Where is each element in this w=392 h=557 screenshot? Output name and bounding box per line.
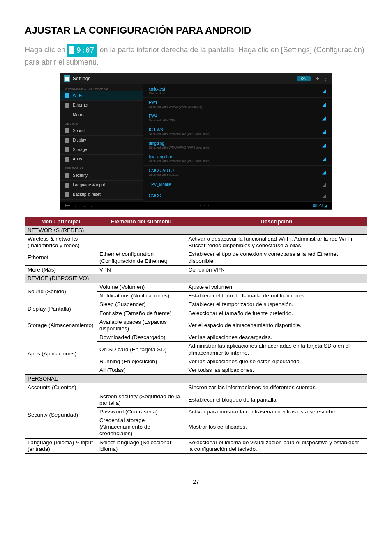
nav-ethernet[interactable]: Ethernet bbox=[60, 101, 143, 110]
wifi-signal-icon: ◢ bbox=[322, 115, 326, 121]
display-icon bbox=[65, 138, 69, 143]
nav-sound[interactable]: Sound bbox=[60, 126, 143, 136]
cell: Volume (Volumen) bbox=[97, 283, 186, 292]
cell: Display (Pantalla) bbox=[25, 300, 97, 318]
cell: Apps (Aplicaciones) bbox=[25, 333, 97, 375]
th-main: Menú principal bbox=[25, 217, 97, 226]
wifi-row[interactable]: xmic-testConnected◢ bbox=[143, 84, 332, 98]
cell: More (Más) bbox=[25, 265, 97, 274]
wifi-network-list: xmic-testConnected◢ FW1Secured with WPA2… bbox=[143, 84, 332, 202]
cell: Wireless & networks (Inalámbrico y redes… bbox=[25, 234, 97, 250]
recents-icon[interactable]: ▭ bbox=[83, 203, 86, 208]
wifi-row[interactable]: FW4Secured with WPA◢ bbox=[143, 111, 332, 125]
nav-wifi[interactable]: Wi-Fi bbox=[60, 91, 143, 101]
wifi-signal-icon: ◢ bbox=[322, 88, 326, 94]
system-bar: ⟵ ⌂ ▭ ⛶ ⋮⋮⋮ 08:23 ◢ bbox=[60, 202, 332, 209]
ethernet-icon bbox=[65, 103, 69, 108]
wifi-row[interactable]: CMCC-AUTOSecured with 802.1x◢ bbox=[143, 166, 332, 179]
wifi-signal-icon: ◢ bbox=[322, 142, 326, 148]
settings-title: Settings bbox=[73, 76, 297, 81]
cell: Storage (Almacenamiento) bbox=[25, 318, 97, 333]
wifi-toggle-on[interactable]: ON bbox=[297, 76, 311, 81]
back-icon[interactable]: ⟵ bbox=[65, 203, 70, 208]
wifi-signal-icon: ◢ bbox=[322, 193, 326, 199]
cell: Ver las aplicaciones que se están ejecut… bbox=[186, 357, 367, 366]
section-networks: NETWORKS (REDES) bbox=[25, 226, 367, 234]
storage-icon bbox=[65, 147, 69, 152]
cell: Ver el espacio de almacenamiento disponi… bbox=[186, 318, 367, 333]
cell: Security (Seguridad) bbox=[25, 392, 97, 438]
wifi-row[interactable]: FW1Secured with WPA2 (WPS available)◢ bbox=[143, 98, 332, 111]
cell: Ethernet configuration (Configuración de… bbox=[97, 250, 186, 265]
wifi-signal-icon: ◢ bbox=[322, 156, 326, 162]
section-personal: PERSONAL bbox=[25, 375, 367, 383]
cell: Notifications (Notificaciones) bbox=[97, 292, 186, 300]
th-submenu: Elemento del submenú bbox=[97, 217, 186, 226]
time-text: 9:07 bbox=[76, 44, 94, 56]
home-icon[interactable]: ⌂ bbox=[75, 203, 78, 208]
nav-security[interactable]: Security bbox=[60, 171, 143, 181]
wifi-row[interactable]: TPV_Mobile◢ bbox=[143, 179, 332, 190]
cell: Font size (Tamaño de fuente) bbox=[97, 309, 186, 318]
nav-more[interactable]: More... bbox=[60, 110, 143, 119]
screenshot-container: Settings ON + ⋮ WIRELESS & NETWORKS Wi-F… bbox=[25, 73, 367, 209]
screenshot-icon[interactable]: ⛶ bbox=[91, 203, 95, 208]
cell: VPN bbox=[97, 265, 186, 274]
nav-section-wireless: WIRELESS & NETWORKS bbox=[60, 84, 143, 91]
cell: Available spaces (Espacios disponibles) bbox=[97, 318, 186, 333]
nav-section-personal: PERSONAL bbox=[60, 164, 143, 171]
wifi-signal-icon: ◢ bbox=[322, 129, 326, 135]
cell: Mostrar los certificados. bbox=[186, 416, 367, 439]
language-icon bbox=[65, 183, 69, 188]
cell: Ajuste el volumen. bbox=[186, 283, 367, 292]
backup-icon bbox=[65, 192, 69, 197]
cell: Activar para mostrar la contraseña mient… bbox=[186, 407, 367, 416]
cell: Accounts (Cuentas) bbox=[25, 383, 97, 392]
wifi-row[interactable]: CMCC◢ bbox=[143, 190, 332, 202]
wifi-status-icon: ◢ bbox=[324, 203, 327, 208]
cell: Password (Contraseña) bbox=[97, 407, 186, 416]
cell: Administrar las aplicaciones almacenadas… bbox=[186, 342, 367, 357]
nav-display[interactable]: Display bbox=[60, 136, 143, 145]
cell: Conexión VPN bbox=[186, 265, 367, 274]
nav-storage[interactable]: Storage bbox=[60, 145, 143, 155]
page-number: 27 bbox=[25, 478, 367, 485]
settings-header: Settings ON + ⋮ bbox=[60, 73, 332, 84]
settings-icon bbox=[64, 75, 70, 82]
wifi-signal-icon: ◢ bbox=[322, 169, 326, 175]
cell: Select language (Seleccionar idioma) bbox=[97, 438, 186, 453]
intro-text: Haga clic en 9:07 en la parte inferior d… bbox=[25, 44, 367, 68]
wifi-row[interactable]: dingdingSecured with WPA/WPA2 (WPS avail… bbox=[143, 139, 332, 152]
app-drawer-icon[interactable]: ⋮⋮⋮ bbox=[198, 203, 210, 208]
cell: Sound (Sonido) bbox=[25, 283, 97, 300]
cell: Downloaded (Descargado) bbox=[97, 333, 186, 342]
config-table: Menú principal Elemento del submenú Desc… bbox=[25, 217, 367, 454]
nav-backup[interactable]: Backup & reset bbox=[60, 190, 143, 200]
wifi-signal-icon: ◢ bbox=[322, 102, 326, 107]
section-device: DEVICE (DISPOSITIVO) bbox=[25, 274, 367, 283]
settings-nav: WIRELESS & NETWORKS Wi-Fi Ethernet More.… bbox=[60, 84, 143, 202]
cell: On SD card (En tarjeta SD) bbox=[97, 342, 186, 357]
wifi-row[interactable]: tpv_longchaoSecured with WPA/WPA2 (WPS a… bbox=[143, 152, 332, 166]
cell: Establecer el tipo de conexión y conecta… bbox=[186, 250, 367, 265]
wifi-signal-icon: ◢ bbox=[322, 182, 326, 188]
overflow-menu-icon[interactable]: ⋮ bbox=[323, 76, 328, 81]
nav-language[interactable]: Language & input bbox=[60, 181, 143, 190]
wifi-row[interactable]: IC-FW6Secured with WPA/WPA2 (WPS availab… bbox=[143, 125, 332, 139]
cell: Establecer el bloqueo de la pantalla. bbox=[186, 392, 367, 407]
cell: Running (En ejecución) bbox=[97, 357, 186, 366]
add-network-icon[interactable]: + bbox=[316, 75, 319, 82]
lock-icon bbox=[65, 173, 69, 178]
signal-icon bbox=[69, 46, 74, 54]
cell bbox=[97, 383, 186, 392]
intro-part1: Haga clic en bbox=[25, 46, 67, 54]
android-settings-screenshot: Settings ON + ⋮ WIRELESS & NETWORKS Wi-F… bbox=[60, 73, 332, 209]
apps-icon bbox=[65, 157, 69, 162]
cell: Language (Idioma) & input (entrada) bbox=[25, 438, 97, 453]
cell: Screen security (Seguridad de la pantall… bbox=[97, 392, 186, 407]
nav-apps[interactable]: Apps bbox=[60, 155, 143, 164]
cell: Ver las aplicaciones descargadas. bbox=[186, 333, 367, 342]
page-title: AJUSTAR LA CONFIGURACIÓN PARA ANDROID bbox=[25, 25, 367, 36]
cell: All (Todas) bbox=[97, 366, 186, 374]
cell: Activar o desactivar la funcionalidad Wi… bbox=[186, 234, 367, 250]
